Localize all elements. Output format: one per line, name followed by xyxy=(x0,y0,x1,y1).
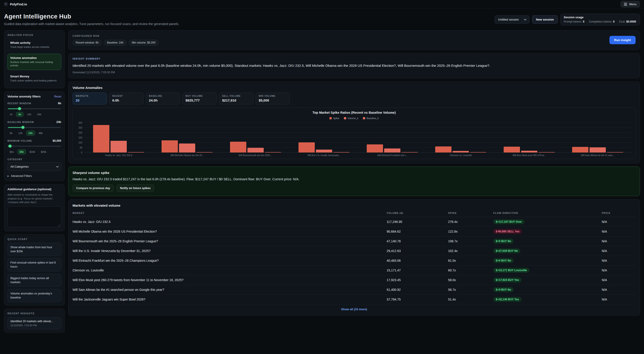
table-row[interactable]: Will the U.S. invade Venezuela by Decemb… xyxy=(72,246,636,256)
stat-label: SELL VOLUME xyxy=(222,95,250,97)
stat-label: RECENT xyxy=(112,95,140,97)
bar-baseline_k xyxy=(196,152,213,153)
menu-button-label: Menu xyxy=(629,2,636,6)
quick-start-button[interactable]: Show whale trades from last hour over $2… xyxy=(8,243,61,256)
table-row[interactable]: Will Elon Musk post 260-279 tweets from … xyxy=(72,275,636,285)
quick-start-button[interactable]: Find unusual volume spikes in last 6 hou… xyxy=(8,258,61,271)
anomaly-stats: MARKETS20RECENT6.0hBASELINE24.0hBUY VOLU… xyxy=(72,93,636,104)
stat-value: 24.0h xyxy=(149,98,177,102)
option-pill[interactable]: 48h xyxy=(36,131,45,136)
flow-badge: $+27,029 BUY No xyxy=(493,248,520,253)
x-axis-label: Will Eintracht Frankfurt win t... xyxy=(358,154,426,157)
table-row[interactable]: Will Michelle Obama win the 2028 US Pres… xyxy=(72,227,636,236)
option-pill[interactable]: $1k xyxy=(8,149,16,154)
bar-baseline_k xyxy=(607,152,623,153)
flow-badge: $+0 BUY No xyxy=(493,258,514,263)
bar-group xyxy=(358,123,426,153)
quick-start-button[interactable]: Volume anomalies vs yesterday's baseline xyxy=(8,289,61,302)
cell-spike: 278.4x xyxy=(448,220,493,224)
cell-flow-direction: $+117,247 BUY Over xyxy=(493,219,602,224)
cell-price: N/A xyxy=(602,230,636,233)
option-pill[interactable]: $5k xyxy=(18,149,26,154)
cell-price: N/A xyxy=(602,249,636,253)
option-pill[interactable]: 6h xyxy=(8,131,15,136)
focus-item[interactable]: Whale activityTrack large trades across … xyxy=(8,39,61,51)
cell-spike: 58.0x xyxy=(448,278,493,282)
markets-table-title: Markets with elevated volume xyxy=(72,203,636,207)
focus-item-desc: Track active wallets and trading pattern… xyxy=(10,79,58,83)
recent-window-slider[interactable] xyxy=(8,107,61,110)
focus-item-title: Volume anomalies xyxy=(10,56,58,60)
spike-chart: Top Market Spike Ratios (Recent vs Basel… xyxy=(72,108,636,159)
notify-future-spikes-button[interactable]: Notify on future spikes xyxy=(116,184,154,192)
focus-item-title: Whale activity xyxy=(10,41,58,44)
run-insight-button[interactable]: Run insight xyxy=(610,36,636,44)
cell-volume: 17,923.45 xyxy=(387,278,448,282)
option-pill[interactable]: 6h xyxy=(16,112,24,117)
advanced-filters-toggle[interactable]: ▶ Advanced Filters xyxy=(8,175,61,177)
analysis-focus-title: ANALYSIS FOCUS xyxy=(8,34,61,36)
x-axis-label: Will Michelle Obama win the 20... xyxy=(153,154,222,157)
cell-spike: 122.8x xyxy=(448,230,493,233)
slider-knob[interactable] xyxy=(18,107,21,110)
new-session-button[interactable]: New session xyxy=(532,15,558,24)
markets-table-body: Hawks vs. Jazz: O/U 232.5117,246.95278.4… xyxy=(72,217,636,304)
bar-volume_k xyxy=(110,141,127,153)
table-row[interactable]: Will Bournemouth win the 2025–26 English… xyxy=(72,236,636,246)
completion-tokens-label: Completion tokens: xyxy=(589,20,612,23)
configured-run-panel: CONFIGURED RUN Recent window: 6hBaseline… xyxy=(68,30,640,50)
option-pill[interactable]: 1h xyxy=(8,112,15,117)
compare-previous-day-button[interactable]: Compare to previous day xyxy=(72,184,114,192)
option-pill[interactable]: 24h xyxy=(26,131,35,136)
category-select[interactable]: All Categories xyxy=(8,163,61,171)
baseline-window-slider[interactable] xyxy=(8,126,61,129)
recent-insight-item[interactable]: Identified 20 markets with elevat... 11/… xyxy=(8,317,61,329)
guidance-textarea[interactable] xyxy=(8,206,61,227)
option-pill[interactable]: 12h xyxy=(25,112,34,117)
legend-label: Spike xyxy=(333,117,340,120)
session-select[interactable]: Untitled session xyxy=(495,15,530,24)
table-row[interactable]: Clemson vs. Louisville15,171.4760.7x$+15… xyxy=(72,266,636,275)
show-all-link[interactable]: Show all (10 more) xyxy=(72,304,636,311)
option-pill[interactable]: 12h xyxy=(16,131,25,136)
table-row[interactable]: Hawks vs. Jazz: O/U 232.5117,246.95278.4… xyxy=(72,217,636,227)
slider-knob[interactable] xyxy=(22,126,24,129)
legend-item: Baseline_k xyxy=(363,117,379,120)
cell-volume: 117,246.95 xyxy=(387,220,448,224)
reset-filters-link[interactable]: Reset xyxy=(54,95,61,98)
cost-label: Cost: xyxy=(619,20,626,23)
completion-tokens-value: 0 xyxy=(613,20,614,23)
menu-button[interactable]: Menu xyxy=(620,1,640,7)
y-tick-label: 250 xyxy=(78,127,82,129)
focus-item[interactable]: Smart MoneyTrack active wallets and trad… xyxy=(8,72,61,85)
cell-flow-direction: $-90,685 SELL Yes xyxy=(493,229,602,234)
chart-plot xyxy=(84,123,632,153)
table-row[interactable]: Will Eintracht Frankfurt win the 2025–26… xyxy=(72,256,636,266)
recent-window-filter: RECENT WINDOW 6h 1h6h12h24h xyxy=(8,102,61,117)
focus-item-desc: Surface markets with unusual trading act… xyxy=(10,60,58,67)
option-pill[interactable]: $10k xyxy=(27,149,37,154)
min-volume-options: $1k$5k$10k$25k xyxy=(8,149,61,154)
stat-value: $5,000 xyxy=(259,98,287,102)
markets-table-head: MARKETVOLUME ($)SPIKEFLOW DIRECTIONPRICE xyxy=(72,210,636,217)
table-row[interactable]: Will the Jacksonville Jaguars win Super … xyxy=(72,295,636,304)
legend-item: Volume_k xyxy=(344,117,358,120)
option-pill[interactable]: 24h xyxy=(35,112,44,117)
option-pill[interactable]: $25k xyxy=(39,149,48,154)
quick-start-button[interactable]: Biggest trades today across all markets xyxy=(8,274,61,287)
chart-x-labels: Hawks vs. Jazz: O/U 232.5Will Michelle O… xyxy=(84,154,632,157)
min-volume-slider[interactable] xyxy=(8,144,61,148)
bar-group xyxy=(426,123,495,153)
table-row[interactable]: Will Sam Altman be the #1 searched perso… xyxy=(72,285,636,295)
bar-baseline_k xyxy=(402,152,418,153)
cell-flow-direction: $+0 BUY No xyxy=(493,258,602,263)
slider-knob[interactable] xyxy=(8,145,12,148)
chart-area: 050100150200250300 xyxy=(76,123,632,153)
cell-market: Will Elon Musk post 260-279 tweets from … xyxy=(72,278,387,282)
bar-group xyxy=(153,123,222,153)
focus-item-title: Smart Money xyxy=(10,75,58,78)
cell-flow-direction: $+0 BUY No xyxy=(493,287,602,292)
bar-volume_k xyxy=(521,151,537,153)
focus-item[interactable]: Volume anomaliesSurface markets with unu… xyxy=(8,54,61,70)
filters-card: Volume anomaly filters Reset RECENT WIND… xyxy=(4,91,65,181)
